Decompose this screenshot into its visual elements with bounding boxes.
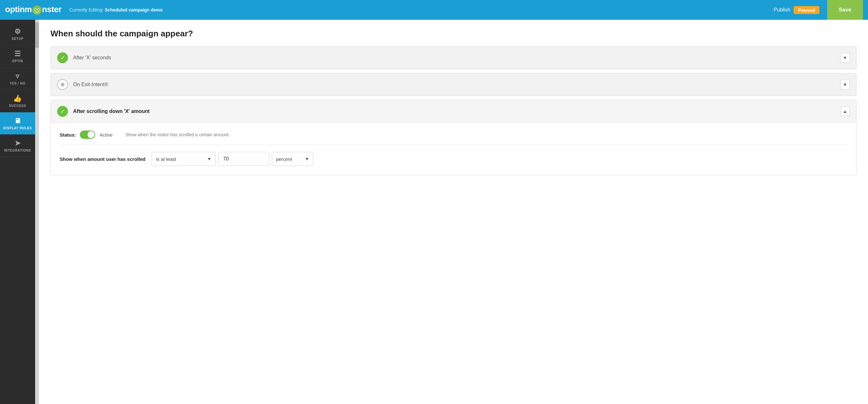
condition-label: Show when amount user has scrolled xyxy=(60,156,145,162)
active-status-text: Active xyxy=(100,132,113,138)
rule-card-scroll-amount: ✓ After scrolling down 'X' amount ▲ Stat… xyxy=(51,100,857,175)
condition-unit-value: percent xyxy=(276,156,302,162)
logo-text: optinmnster xyxy=(5,4,62,15)
svg-point-3 xyxy=(35,9,36,10)
sidebar-item-optin[interactable]: ☰ OPTIN xyxy=(0,45,35,68)
rule-title-after-seconds: After 'X' seconds xyxy=(73,55,840,61)
sidebar-item-integrations[interactable]: ➤ INTEGRATIONS xyxy=(0,135,35,157)
active-toggle[interactable] xyxy=(80,131,95,139)
checkmark-icon-scroll: ✓ xyxy=(60,108,65,114)
header-right: Publish Paused Save xyxy=(773,0,863,20)
publish-section: Publish Paused xyxy=(773,6,819,14)
condition-number-input[interactable] xyxy=(218,152,269,166)
rule-check-after-seconds: ✓ xyxy=(57,52,68,63)
status-label: Status: xyxy=(60,132,76,138)
sidebar-item-yes-no[interactable]: ▿ YES / NO xyxy=(0,68,35,90)
rule-chevron-scroll-amount[interactable]: ▲ xyxy=(840,107,850,116)
status-row: Status: Active Show when the visitor has… xyxy=(60,131,847,139)
rule-title-exit-intent: On Exit-Intent® xyxy=(73,82,840,88)
filter-icon: ▿ xyxy=(16,73,20,80)
main-content: When should the campaign appear? ✓ After… xyxy=(39,20,868,404)
scroll-condition-row: Show when amount user has scrolled is at… xyxy=(60,152,847,166)
rule-title-scroll-amount: After scrolling down 'X' amount xyxy=(73,108,840,114)
rule-check-exit-intent xyxy=(57,79,68,90)
publish-label: Publish xyxy=(773,7,790,13)
header-editing-label: Currently Editing: Scheduled campaign de… xyxy=(69,7,163,12)
rule-body-scroll-amount: Status: Active Show when the visitor has… xyxy=(51,123,856,175)
sidebar-item-success[interactable]: 👍 SUCCESS xyxy=(0,90,35,112)
sidebar: ⚙ SETUP ☰ OPTIN ▿ YES / NO 👍 SUCCESS 🖥 D… xyxy=(0,20,35,404)
paused-badge[interactable]: Paused xyxy=(794,6,819,14)
rule-header-after-seconds[interactable]: ✓ After 'X' seconds ▼ xyxy=(51,46,856,69)
condition-unit-dropdown[interactable]: percent ▼ xyxy=(272,152,313,166)
radio-dot-icon xyxy=(61,82,64,87)
svg-point-4 xyxy=(38,9,39,10)
toggle-knob xyxy=(88,131,95,138)
rule-check-scroll-amount: ✓ xyxy=(57,106,68,117)
main-layout: ⚙ SETUP ☰ OPTIN ▿ YES / NO 👍 SUCCESS 🖥 D… xyxy=(0,20,868,404)
status-description: Show when the visitor has scrolled a cer… xyxy=(125,132,230,137)
menu-icon: ☰ xyxy=(14,50,21,58)
sidebar-item-setup[interactable]: ⚙ SETUP xyxy=(0,23,35,45)
rule-card-exit-intent: On Exit-Intent® ▼ xyxy=(51,73,857,96)
header: optinmnster Currently Editing: Scheduled… xyxy=(0,0,868,20)
rule-chevron-exit-intent[interactable]: ▼ xyxy=(840,80,850,89)
toggle-wrap xyxy=(80,131,95,139)
scroll-track[interactable] xyxy=(35,20,39,404)
sidebar-item-display-rules[interactable]: 🖥 DISPLAY RULES xyxy=(0,112,35,135)
page-title: When should the campaign appear? xyxy=(51,29,857,39)
logo-monster-icon xyxy=(32,5,42,15)
chevron-down-icon-unit: ▼ xyxy=(305,156,309,162)
send-icon: ➤ xyxy=(15,140,21,147)
checkmark-icon: ✓ xyxy=(60,55,65,61)
chevron-down-icon: ▼ xyxy=(207,156,212,162)
rule-card-after-seconds: ✓ After 'X' seconds ▼ xyxy=(51,46,857,69)
rule-header-scroll-amount[interactable]: ✓ After scrolling down 'X' amount ▲ xyxy=(51,100,856,123)
logo: optinmnster xyxy=(5,4,62,15)
condition-select-value: is at least xyxy=(156,156,204,162)
save-button[interactable]: Save xyxy=(827,0,863,20)
condition-select-dropdown[interactable]: is at least ▼ xyxy=(152,152,216,166)
scroll-thumb[interactable] xyxy=(35,22,39,48)
monitor-icon: 🖥 xyxy=(14,117,21,125)
rule-chevron-after-seconds[interactable]: ▼ xyxy=(840,53,850,63)
rule-header-exit-intent[interactable]: On Exit-Intent® ▼ xyxy=(51,73,856,96)
rule-divider xyxy=(60,144,847,145)
thumbsup-icon: 👍 xyxy=(13,95,22,102)
gear-icon: ⚙ xyxy=(14,28,21,35)
